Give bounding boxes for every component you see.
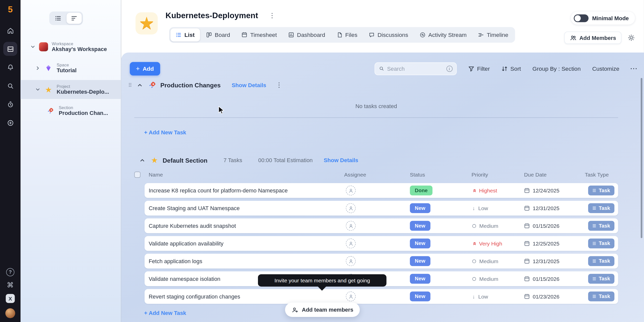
due-date: 01/15/2026 (533, 276, 559, 282)
tab-files[interactable]: Files (331, 28, 363, 41)
notifications-bell-icon[interactable] (3, 60, 17, 74)
scrollbar-thumb[interactable] (641, 78, 642, 238)
collapse-chevron-up-icon[interactable] (136, 81, 144, 89)
status-badge[interactable]: New (410, 256, 430, 266)
tab-label: Files (345, 32, 357, 38)
tab-list[interactable]: List (171, 28, 200, 41)
task-row[interactable]: Validate application availability New »V… (145, 236, 618, 251)
task-name[interactable]: Validate application availability (145, 240, 344, 246)
task-row[interactable]: Revert staging configuration changes New… (145, 289, 618, 304)
user-avatar[interactable] (5, 308, 15, 318)
calendar-icon (524, 258, 530, 264)
status-badge[interactable]: New (410, 221, 430, 231)
sidebar: Workspace Akshay's Workspace Space Tutor… (20, 0, 121, 322)
add-new-task-link[interactable]: + Add New Task (144, 129, 186, 135)
search-info-icon[interactable]: i (446, 65, 452, 71)
sidebar-item-section[interactable]: Section Production Chan... (25, 102, 117, 120)
assignee-avatar[interactable] (346, 221, 356, 231)
task-name[interactable]: Increase K8 replica count for platform-d… (145, 187, 344, 193)
status-badge[interactable]: New (410, 274, 430, 284)
status-badge[interactable]: New (410, 203, 430, 213)
section-menu-icon[interactable]: ⋮ (276, 82, 282, 88)
show-details-link[interactable]: Show Details (324, 157, 358, 163)
add-team-members-button[interactable]: Add team members (285, 303, 360, 317)
task-count: 7 Tasks (224, 157, 242, 163)
sidebar-item-project-selected[interactable]: ★ Project Kubernetes-Deplo... (20, 80, 121, 99)
task-type-badge: Task (588, 291, 614, 301)
project-star-icon: ★ (139, 15, 154, 32)
select-all-checkbox[interactable] (134, 172, 140, 178)
collapse-chevron-up-icon[interactable] (138, 156, 146, 164)
list-view-toggle[interactable] (51, 13, 66, 24)
home-icon[interactable] (3, 23, 17, 37)
toolbar-more-icon[interactable]: ⋯ (630, 65, 637, 72)
status-badge[interactable]: New (410, 291, 430, 301)
task-row[interactable]: Increase K8 replica count for platform-d… (145, 183, 618, 198)
search-box[interactable]: i (374, 62, 457, 75)
sidebar-item-workspace[interactable]: Workspace Akshay's Workspace (25, 37, 117, 56)
chevron-right-icon[interactable] (35, 66, 40, 71)
customize-button[interactable]: Customize (592, 65, 619, 72)
status-badge[interactable]: New (410, 238, 430, 248)
close-icon[interactable]: X (6, 294, 15, 303)
chevron-down-icon[interactable] (35, 87, 40, 92)
app-logo[interactable]: 5 (8, 5, 13, 14)
drag-handle-icon[interactable]: ⠿ (128, 82, 132, 88)
task-name[interactable]: Create Staging and UAT Namespace (145, 205, 344, 211)
group-by-control[interactable]: Group By : Section (532, 65, 581, 72)
task-row[interactable]: Capture Kubernetes audit snapshot New Me… (145, 218, 618, 233)
assignee-avatar[interactable] (346, 238, 356, 248)
task-row[interactable]: Create Staging and UAT Namespace New ↓Lo… (145, 201, 618, 216)
search-icon (378, 66, 384, 71)
timer-icon[interactable] (3, 97, 17, 111)
add-new-task-link[interactable]: + Add New Task (144, 310, 186, 316)
tab-discussions[interactable]: Discussions (364, 28, 414, 41)
task-name[interactable]: Capture Kubernetes audit snapshot (145, 223, 344, 229)
gear-icon[interactable] (628, 34, 635, 41)
task-icon (592, 188, 596, 192)
priority-low-icon: ↓ (472, 206, 475, 211)
board-icon (206, 32, 212, 38)
add-button[interactable]: + Add (130, 62, 160, 76)
section-divider (134, 117, 618, 118)
tab-dashboard[interactable]: Dashboard (283, 28, 330, 41)
filter-button[interactable]: Filter (468, 65, 490, 72)
sort-button[interactable]: Sort (501, 65, 521, 72)
project-menu-icon[interactable]: ⋮ (269, 12, 275, 19)
toggle-switch[interactable] (574, 14, 589, 22)
assignee-avatar[interactable] (346, 186, 356, 195)
minimal-mode-toggle[interactable]: Minimal Mode (571, 12, 635, 25)
tab-activity-stream[interactable]: Activity Stream (414, 28, 472, 41)
assignee-avatar[interactable] (346, 291, 356, 301)
search-input[interactable] (387, 65, 443, 71)
task-row[interactable]: Fetch application logs New Medium 12/31/… (145, 254, 618, 269)
task-name[interactable]: Revert staging configuration changes (145, 293, 344, 299)
task-icon (592, 206, 596, 210)
chevron-down-icon[interactable] (30, 44, 35, 49)
column-status: Status (410, 172, 471, 178)
view-toggle-group (49, 12, 83, 25)
show-details-link[interactable]: Show Details (232, 82, 266, 88)
tab-board[interactable]: Board (201, 28, 235, 41)
header-actions: Add Members (564, 32, 635, 44)
detail-view-toggle[interactable] (66, 13, 82, 24)
assignee-avatar[interactable] (346, 256, 356, 266)
status-badge[interactable]: Done (410, 186, 433, 195)
inbox-icon[interactable] (3, 42, 17, 56)
task-icon (592, 277, 596, 281)
help-icon[interactable]: ? (6, 268, 14, 277)
table-header: Name Assignee Status Priority Due Date T… (134, 172, 618, 178)
keyboard-shortcuts-icon[interactable]: ⌘ (7, 282, 14, 289)
create-plus-icon[interactable] (3, 116, 17, 130)
add-members-button[interactable]: Add Members (564, 32, 621, 44)
task-icon (592, 241, 596, 245)
tab-timesheet[interactable]: Timesheet (236, 28, 282, 41)
assignee-avatar[interactable] (346, 203, 356, 213)
tab-timeline[interactable]: Timeline (473, 28, 514, 41)
task-name[interactable]: Fetch application logs (145, 258, 344, 264)
rocket-icon (148, 81, 157, 90)
priority-medium-icon (472, 224, 476, 228)
sidebar-item-space[interactable]: Space Tutorial (25, 59, 117, 78)
project-header: ★ Kubernetes-Deployment ⋮ List Board Tim… (121, 0, 644, 53)
search-icon[interactable] (3, 79, 17, 93)
